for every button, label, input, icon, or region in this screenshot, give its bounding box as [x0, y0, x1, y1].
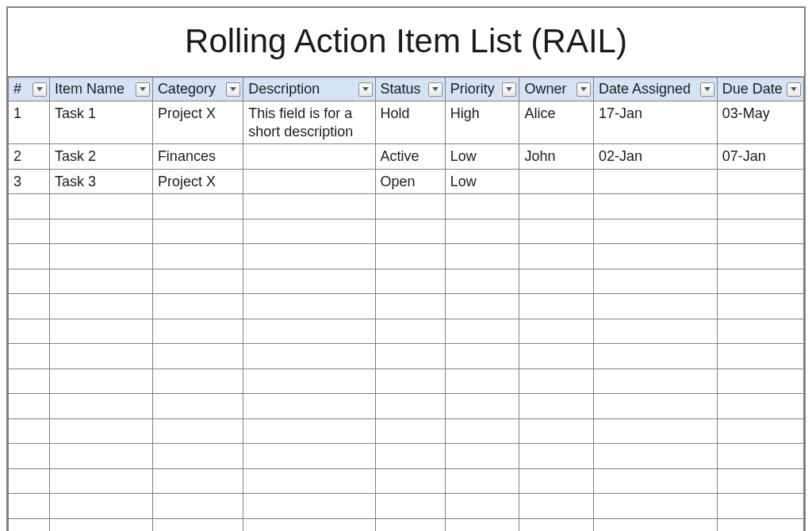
cell-description[interactable] [243, 194, 375, 220]
filter-dropdown-icon[interactable] [33, 82, 47, 97]
cell-owner[interactable]: Alice [519, 101, 594, 144]
cell-category[interactable] [152, 194, 243, 220]
cell-category[interactable] [152, 294, 243, 319]
cell-id[interactable]: 2 [9, 144, 50, 170]
filter-dropdown-icon[interactable] [787, 82, 801, 97]
col-header-status[interactable]: Status [375, 78, 445, 101]
cell-description[interactable] [243, 219, 375, 244]
cell-item_name[interactable]: Task 1 [49, 101, 152, 144]
cell-category[interactable] [152, 394, 243, 419]
cell-due_date[interactable] [717, 344, 803, 369]
cell-due_date[interactable] [717, 244, 803, 269]
cell-description[interactable] [243, 369, 375, 394]
cell-item_name[interactable] [49, 518, 152, 531]
cell-priority[interactable] [445, 194, 519, 220]
filter-dropdown-icon[interactable] [136, 82, 150, 97]
cell-due_date[interactable] [717, 194, 803, 220]
cell-description[interactable] [243, 518, 375, 531]
cell-id[interactable] [9, 194, 50, 220]
cell-date_assigned[interactable] [593, 244, 717, 269]
cell-id[interactable] [9, 394, 50, 419]
cell-due_date[interactable] [717, 494, 803, 519]
cell-status[interactable]: Open [375, 169, 445, 194]
cell-item_name[interactable] [49, 294, 152, 319]
cell-description[interactable] [243, 244, 375, 269]
filter-dropdown-icon[interactable] [226, 82, 240, 97]
cell-owner[interactable] [519, 219, 594, 244]
cell-item_name[interactable]: Task 3 [49, 169, 152, 194]
cell-status[interactable] [375, 468, 445, 494]
cell-priority[interactable] [445, 344, 519, 369]
col-header-owner[interactable]: Owner [519, 78, 594, 101]
cell-due_date[interactable] [717, 369, 803, 394]
cell-status[interactable] [375, 394, 445, 419]
cell-description[interactable] [243, 294, 375, 319]
cell-item_name[interactable] [49, 369, 152, 394]
cell-description[interactable] [243, 344, 375, 369]
cell-date_assigned[interactable] [593, 518, 717, 531]
cell-owner[interactable] [519, 518, 594, 531]
cell-status[interactable] [375, 319, 445, 344]
cell-priority[interactable] [445, 244, 519, 269]
cell-owner[interactable] [519, 269, 594, 294]
col-header-description[interactable]: Description [243, 78, 375, 101]
cell-id[interactable] [9, 444, 50, 469]
cell-owner[interactable]: John [519, 144, 594, 170]
cell-owner[interactable] [519, 468, 594, 494]
cell-status[interactable] [375, 244, 445, 269]
cell-item_name[interactable] [49, 394, 152, 419]
cell-priority[interactable]: Low [445, 144, 519, 170]
cell-item_name[interactable]: Task 2 [49, 144, 152, 170]
cell-status[interactable] [375, 444, 445, 469]
cell-description[interactable] [243, 394, 375, 419]
cell-category[interactable] [152, 344, 243, 369]
cell-status[interactable] [375, 369, 445, 394]
cell-id[interactable] [9, 344, 50, 369]
cell-due_date[interactable]: 03-May [717, 101, 803, 144]
cell-item_name[interactable] [49, 468, 152, 494]
cell-date_assigned[interactable] [593, 444, 717, 469]
cell-priority[interactable] [445, 394, 519, 419]
cell-due_date[interactable] [717, 394, 803, 419]
cell-priority[interactable] [445, 269, 519, 294]
cell-item_name[interactable] [49, 319, 152, 344]
cell-item_name[interactable] [49, 269, 152, 294]
cell-priority[interactable] [445, 518, 519, 531]
cell-category[interactable] [152, 219, 243, 244]
cell-priority[interactable] [445, 294, 519, 319]
cell-item_name[interactable] [49, 344, 152, 369]
filter-dropdown-icon[interactable] [700, 82, 714, 97]
cell-due_date[interactable] [717, 518, 803, 531]
filter-dropdown-icon[interactable] [502, 82, 516, 97]
cell-priority[interactable] [445, 468, 519, 494]
cell-priority[interactable] [445, 444, 519, 469]
cell-owner[interactable] [519, 369, 594, 394]
cell-item_name[interactable] [49, 219, 152, 244]
cell-id[interactable] [9, 244, 50, 269]
cell-owner[interactable] [519, 344, 594, 369]
filter-dropdown-icon[interactable] [428, 82, 442, 97]
cell-id[interactable] [9, 269, 50, 294]
cell-status[interactable] [375, 219, 445, 244]
cell-date_assigned[interactable] [593, 494, 717, 519]
col-header-date_assigned[interactable]: Date Assigned [593, 78, 717, 101]
cell-owner[interactable] [519, 418, 594, 444]
cell-status[interactable] [375, 294, 445, 319]
cell-id[interactable]: 1 [9, 101, 50, 144]
col-header-due_date[interactable]: Due Date [717, 78, 803, 101]
cell-due_date[interactable] [717, 444, 803, 469]
cell-date_assigned[interactable] [593, 169, 717, 194]
cell-status[interactable] [375, 418, 445, 444]
cell-date_assigned[interactable] [593, 219, 717, 244]
cell-date_assigned[interactable] [593, 418, 717, 444]
cell-date_assigned[interactable] [593, 269, 717, 294]
cell-category[interactable] [152, 468, 243, 494]
cell-id[interactable]: 3 [9, 169, 50, 194]
cell-status[interactable]: Hold [375, 101, 445, 144]
cell-item_name[interactable] [49, 244, 152, 269]
filter-dropdown-icon[interactable] [358, 82, 373, 97]
cell-date_assigned[interactable] [593, 344, 717, 369]
cell-status[interactable] [375, 344, 445, 369]
cell-owner[interactable] [519, 319, 594, 344]
cell-owner[interactable] [519, 169, 594, 194]
